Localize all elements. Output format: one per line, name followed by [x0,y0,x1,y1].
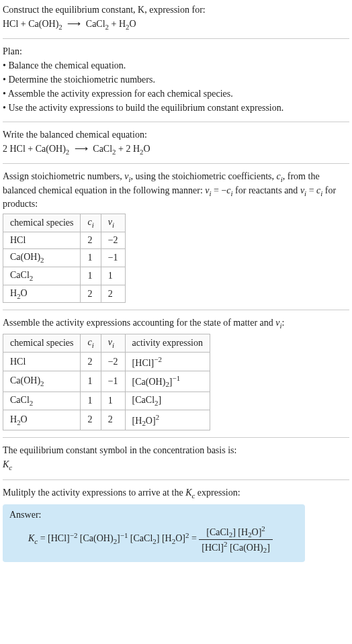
table-row: CaCl2 1 1 [3,267,126,285]
cell-ci: 2 [81,285,101,303]
table-row: Ca(OH)2 1 −1 [3,249,126,267]
kc-symbol: Kc [3,459,349,473]
cell-activity: [HCl]−2 [125,352,210,371]
kc-expression: Kc = [HCl]−2 [Ca(OH)2]−1 [CaCl2] [H2O]2 … [9,524,298,554]
col-species: chemical species [3,214,81,232]
cell-ci: 1 [81,267,101,285]
activity-table: chemical species ci νi activity expressi… [3,334,210,430]
balanced-equation: 2 HCl + Ca(OH)2 ⟶ CaCl2 + 2 H2O [3,143,349,157]
cell-species: Ca(OH)2 [3,249,81,267]
cell-nui: 2 [101,410,125,430]
divider [3,163,349,164]
table-row: HCl 2 −2 [3,232,126,249]
table-header-row: chemical species ci νi activity expressi… [3,334,210,352]
table-row: CaCl2 1 1 [CaCl2] [3,392,210,410]
divider [3,479,349,480]
divider [3,437,349,438]
col-activity: activity expression [125,334,210,352]
cell-activity: [CaCl2] [125,392,210,410]
cell-species: CaCl2 [3,267,81,285]
cell-ci: 1 [81,371,101,392]
cell-activity: [H2O]2 [125,410,210,430]
col-nui: νi [101,334,125,352]
kc-numerator: [CaCl2] [H2O]2 [199,524,273,539]
cell-species: CaCl2 [3,392,81,410]
kc-symbol-intro: The equilibrium constant symbol in the c… [3,445,349,457]
cell-species: H2O [3,410,81,430]
plan-title: Plan: [3,46,349,58]
table-header-row: chemical species ci νi [3,214,126,232]
cell-nui: 1 [101,392,125,410]
divider [3,38,349,39]
cell-species: HCl [3,232,81,249]
unbalanced-equation: HCl + Ca(OH)2 ⟶ CaCl2 + H2O [3,18,349,32]
cell-ci: 2 [81,232,101,249]
col-species: chemical species [3,334,81,352]
stoich-intro-text2: , using the stoichiometric coefficients, [130,171,276,181]
cell-ci: 1 [81,392,101,410]
plan-step-2: • Determine the stoichiometric numbers. [3,74,349,87]
multiply-post: expression: [195,488,240,498]
cell-ci: 2 [81,352,101,371]
cell-nui: 1 [101,267,125,285]
activity-intro: Assemble the activity expressions accoun… [3,317,349,331]
cell-species: H2O [3,285,81,303]
col-ci: ci [81,334,101,352]
cell-species: Ca(OH)2 [3,371,81,392]
col-nui: νi [101,214,125,232]
cell-activity: [Ca(OH)2]−1 [125,371,210,392]
stoich-table: chemical species ci νi HCl 2 −2 Ca(OH)2 … [3,214,126,303]
kc-fraction: [CaCl2] [H2O]2 [HCl]2 [Ca(OH)2] [199,524,273,554]
divider [3,122,349,122]
plan-step-4: • Use the activity expressions to build … [3,102,349,115]
answer-label: Answer: [9,510,298,520]
cell-ci: 1 [81,249,101,267]
cell-species: HCl [3,352,81,371]
cell-nui: −2 [101,352,125,371]
table-row: HCl 2 −2 [HCl]−2 [3,352,210,371]
col-ci: ci [81,214,101,232]
stoich-intro-text4: for reactants and [233,185,300,195]
plan-step-3: • Assemble the activity expression for e… [3,88,349,101]
multiply-intro: Mulitply the activity expressions to arr… [3,487,349,501]
cell-nui: −1 [101,371,125,392]
table-row: H2O 2 2 [H2O]2 [3,410,210,430]
plan-step-1: • Balance the chemical equation. [3,60,349,73]
cell-ci: 2 [81,410,101,430]
divider [3,310,349,310]
answer-box: Answer: Kc = [HCl]−2 [Ca(OH)2]−1 [CaCl2]… [3,504,305,562]
table-row: H2O 2 2 [3,285,126,303]
stoich-intro: Assign stoichiometric numbers, νi, using… [3,171,349,211]
multiply-pre: Mulitply the activity expressions to arr… [3,488,185,498]
stoich-intro-text: Assign stoichiometric numbers, [3,171,124,181]
construct-text: Construct the equilibrium constant, K, e… [3,5,206,15]
kc-denominator: [HCl]2 [Ca(OH)2] [199,540,273,554]
balanced-intro: Write the balanced chemical equation: [3,129,349,142]
cell-nui: −1 [101,249,125,267]
cell-nui: −2 [101,232,125,249]
construct-prompt: Construct the equilibrium constant, K, e… [3,4,349,17]
table-row: Ca(OH)2 1 −1 [Ca(OH)2]−1 [3,371,210,392]
cell-nui: 2 [101,285,125,303]
